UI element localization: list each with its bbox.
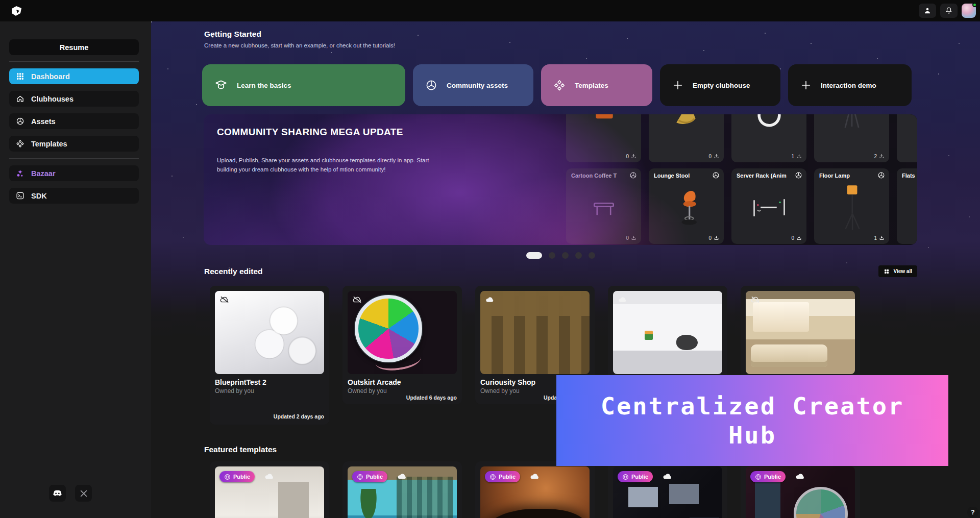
asset-card[interactable] <box>897 114 917 162</box>
asset-card-floor-lamp[interactable]: Floor Lamp 1 <box>814 168 889 244</box>
asset-card-server-rack[interactable]: Server Rack (Anim 0 <box>731 168 806 244</box>
app-logo-icon[interactable] <box>9 4 23 18</box>
sidebar-item-label: SDK <box>31 192 47 200</box>
asset-card-cartoon-coffee-table[interactable]: Cartoon Coffee T 0 <box>566 168 641 244</box>
download-count: 0 <box>626 235 629 241</box>
clubhouse-thumbnail <box>613 291 722 374</box>
sidebar-item-label: Clubhouses <box>31 95 74 103</box>
sphere-icon <box>425 79 437 91</box>
clubhouse-title: Outskirt Arcade <box>348 378 457 386</box>
sidebar-item-templates[interactable]: Templates <box>9 136 139 152</box>
asset-card-lounge-stool[interactable]: Lounge Stool 0 <box>649 168 724 244</box>
globe-icon <box>622 474 629 480</box>
sidebar-item-label: Templates <box>31 140 67 148</box>
grid-small-icon <box>884 268 890 275</box>
view-all-button[interactable]: View all <box>878 265 917 277</box>
action-label: Interaction demo <box>821 82 876 89</box>
sidebar-item-label: Dashboard <box>31 72 70 81</box>
featured-templates-cards: Public Public Public <box>210 461 860 518</box>
sidebar-item-label: Assets <box>31 117 56 126</box>
template-card[interactable]: Public <box>608 461 727 518</box>
asset-card[interactable]: 0 <box>649 114 724 162</box>
online-status-dot <box>972 3 977 7</box>
discord-button[interactable] <box>49 485 66 502</box>
download-count: 0 <box>708 235 712 241</box>
template-card[interactable]: Public <box>210 461 329 518</box>
resume-button[interactable]: Resume <box>9 39 139 55</box>
clubhouse-thumbnail <box>215 291 324 374</box>
carousel-dot[interactable] <box>562 252 569 259</box>
clubhouse-thumbnail <box>746 291 855 374</box>
starfield-decoration <box>151 21 152 22</box>
hat-thumbnail <box>670 114 703 130</box>
promo-line-2: Hub <box>728 423 776 447</box>
notifications-button[interactable] <box>940 4 958 18</box>
clubhouse-card-outskirt-arcade[interactable]: Outskirt Arcade Owned by you Updated 6 d… <box>342 286 462 404</box>
clubhouse-updated: Updated 2 days ago <box>274 413 324 420</box>
cube-icon <box>629 171 637 179</box>
featured-templates-title: Featured templates <box>204 445 277 454</box>
templates-button[interactable]: Templates <box>541 64 652 106</box>
sidebar-item-sdk[interactable]: SDK <box>9 188 139 204</box>
sidebar-item-clubhouses[interactable]: Clubhouses <box>9 91 139 107</box>
asset-card[interactable]: 1 <box>731 114 806 162</box>
clubhouse-thumbnail <box>480 291 590 374</box>
globe-icon <box>357 474 363 480</box>
carousel-dot[interactable] <box>575 252 582 259</box>
clubhouse-owner: Owned by you <box>348 387 457 394</box>
interaction-demo-button[interactable]: Interaction demo <box>788 64 912 106</box>
coffee-table-thumbnail <box>587 191 621 225</box>
tripod-thumbnail <box>835 114 869 131</box>
person-icon <box>923 7 932 15</box>
account-button[interactable] <box>919 4 936 18</box>
discord-icon <box>52 489 63 498</box>
grid-icon <box>16 72 24 81</box>
plus-icon <box>672 80 683 91</box>
asset-card-flats[interactable]: Flats <box>897 168 917 244</box>
promo-line-1: Centralized Creator <box>601 394 904 418</box>
empty-clubhouse-button[interactable]: Empty clubhouse <box>660 64 780 106</box>
cloud-icon <box>618 295 628 304</box>
download-icon <box>714 154 719 159</box>
public-label: Public <box>764 474 781 480</box>
download-count: 0 <box>708 154 712 159</box>
plus-icon <box>800 80 812 91</box>
cloud-icon <box>795 472 806 481</box>
terminal-icon <box>16 191 24 200</box>
community-assets-button[interactable]: Community assets <box>413 64 533 106</box>
template-thumbnail: Public <box>746 466 855 518</box>
x-icon <box>80 489 88 498</box>
action-label: Learn the basics <box>237 82 291 89</box>
banner-asset-grid: 0 0 1 2 Cartoon Coffee T <box>566 114 917 245</box>
cube-icon <box>712 171 720 179</box>
template-card[interactable]: Public <box>741 461 860 518</box>
asset-card[interactable]: 2 <box>814 114 889 162</box>
help-button[interactable]: ? <box>967 507 978 518</box>
public-badge: Public <box>485 471 520 482</box>
template-card[interactable]: Public <box>475 461 595 518</box>
action-label: Community assets <box>447 82 508 89</box>
public-badge: Public <box>618 471 653 482</box>
graduation-cap-icon <box>214 79 228 92</box>
sidebar-item-bazaar[interactable]: Bazaar <box>9 165 139 181</box>
user-avatar[interactable] <box>962 4 976 18</box>
sidebar-item-dashboard[interactable]: Dashboard <box>9 68 139 84</box>
carousel-dot[interactable] <box>589 252 595 259</box>
template-card[interactable]: Public <box>342 461 462 518</box>
clubhouse-card-blueprinttest-2[interactable]: BlueprintTest 2 Owned by you Updated 2 d… <box>210 286 329 425</box>
public-badge: Public <box>352 471 387 482</box>
asset-card[interactable]: 0 <box>566 114 641 162</box>
sidebar-item-assets[interactable]: Assets <box>9 113 139 129</box>
sidebar-item-label: Bazaar <box>31 169 56 178</box>
carousel-dot-active[interactable] <box>526 252 542 259</box>
template-thumbnail: Public <box>613 466 722 518</box>
public-label: Public <box>233 474 250 480</box>
globe-icon <box>224 474 231 480</box>
x-button[interactable] <box>75 485 92 502</box>
download-count: 2 <box>874 154 877 159</box>
action-label: Templates <box>575 82 608 89</box>
carousel-dot[interactable] <box>549 252 555 259</box>
ring-thumbnail <box>752 114 786 131</box>
community-update-banner[interactable]: 0 0 1 2 Cartoon Coffee T <box>204 114 917 245</box>
learn-the-basics-button[interactable]: Learn the basics <box>202 64 405 106</box>
